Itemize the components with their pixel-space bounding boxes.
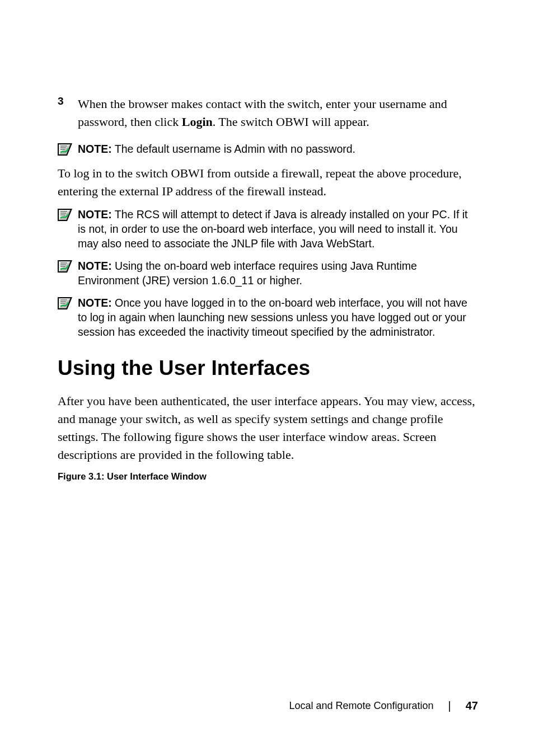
step-text: When the browser makes contact with the …: [78, 95, 478, 131]
note-label: NOTE:: [78, 143, 112, 155]
footer-page-number: 47: [466, 699, 478, 712]
step-item: 3 When the browser makes contact with th…: [58, 95, 478, 131]
figure-caption: Figure 3.1: User Interface Window: [58, 471, 478, 482]
section-heading: Using the User Interfaces: [58, 356, 478, 380]
note-label: NOTE:: [78, 260, 112, 272]
step-text-trailing: . The switch OBWI will appear.: [213, 115, 369, 129]
note-text: NOTE: The RCS will attempt to detect if …: [78, 208, 478, 251]
note-text: NOTE: The default username is Admin with…: [78, 142, 355, 157]
note-label: NOTE:: [78, 208, 112, 220]
footer-separator: |: [448, 699, 451, 712]
note-text: NOTE: Using the on-board web interface r…: [78, 259, 478, 288]
note-content: The RCS will attempt to detect if Java i…: [78, 208, 468, 250]
footer-section-title: Local and Remote Configuration: [289, 700, 433, 712]
note-block: NOTE: Using the on-board web interface r…: [58, 259, 478, 288]
note-content: The default username is Admin with no pa…: [112, 143, 355, 155]
paragraph: After you have been authenticated, the u…: [58, 392, 478, 464]
note-icon: [58, 259, 78, 273]
note-text: NOTE: Once you have logged in to the on-…: [78, 296, 478, 340]
paragraph: To log in to the switch OBWI from outsid…: [58, 165, 478, 200]
note-block: NOTE: The default username is Admin with…: [58, 142, 478, 157]
page-footer: Local and Remote Configuration | 47: [289, 699, 478, 712]
note-content: Using the on-board web interface require…: [78, 260, 417, 287]
note-icon: [58, 208, 78, 221]
note-block: NOTE: The RCS will attempt to detect if …: [58, 208, 478, 251]
step-text-bold: Login: [182, 115, 213, 129]
note-content: Once you have logged in to the on-board …: [78, 297, 467, 338]
note-icon: [58, 142, 78, 156]
note-icon: [58, 296, 78, 309]
note-block: NOTE: Once you have logged in to the on-…: [58, 296, 478, 340]
step-number: 3: [58, 95, 78, 131]
note-label: NOTE:: [78, 297, 112, 309]
